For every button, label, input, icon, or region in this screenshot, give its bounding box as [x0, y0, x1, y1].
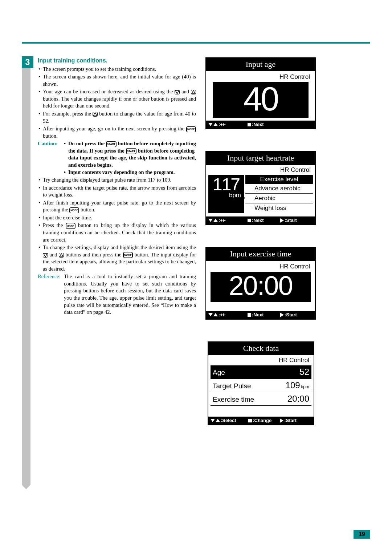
down-triangle-icon — [175, 90, 180, 94]
down-triangle-icon — [43, 253, 48, 258]
down-icon — [208, 313, 213, 316]
age-value: 40 — [213, 82, 309, 118]
up-triangle-icon — [93, 112, 98, 117]
down-icon — [208, 123, 213, 126]
header-rule — [22, 42, 370, 44]
caution-list: Do not press the START button before com… — [63, 140, 196, 176]
footer-left-label: :Select — [221, 418, 236, 423]
caution-label: Caution: — [38, 140, 63, 177]
up-icon — [216, 419, 220, 422]
step-strip — [22, 56, 30, 485]
footer-left-label: :+/- — [219, 312, 226, 317]
hr-control-label: HR Control — [209, 263, 312, 270]
screen-title: Input target heartrate — [206, 152, 315, 165]
down-icon — [211, 419, 215, 422]
check-value: 109 — [286, 380, 300, 390]
square-icon — [248, 313, 251, 317]
screen-title: Check data — [208, 342, 314, 355]
svg-marker-8 — [60, 254, 63, 257]
hr-control-label: HR Control — [209, 73, 312, 81]
check-row-target-pulse: Target Pulse 109 bpm — [211, 379, 311, 392]
svg-marker-0 — [175, 90, 179, 94]
square-icon — [248, 219, 251, 222]
instruction-column: Input training conditions. The screen pr… — [38, 56, 196, 316]
screen-footer: :+/- :Next :Start — [206, 311, 315, 319]
play-icon — [280, 218, 284, 223]
bullet-item: After finish inputting your target pulse… — [43, 199, 196, 214]
screen-check-data: Check data HR Control Age 52 Target Puls… — [208, 341, 314, 425]
footer-left-label: :+/- — [219, 218, 226, 223]
screen-footer: :Select :Change :Start — [208, 417, 314, 425]
up-icon — [213, 313, 218, 316]
bullet-item: In accordance with the target pulse rate… — [43, 185, 196, 199]
footer-mid-label: :Change — [253, 418, 271, 423]
bullet-list-b: Try changing the displayed target pulse … — [38, 177, 196, 272]
screen-title: Input age — [206, 58, 315, 71]
hr-control-label: HR Control — [211, 357, 311, 364]
up-triangle-icon — [59, 253, 64, 258]
heartrate-value: 117 — [208, 176, 244, 193]
footer-right-label: :Start — [284, 418, 297, 423]
down-icon — [208, 219, 213, 222]
reference-block: Reference: The card is a tool to instant… — [38, 273, 196, 316]
bullet-list-a: The screen prompts you to set the traini… — [38, 66, 196, 140]
bullet-item: The screen changes as shown here, and th… — [43, 73, 196, 88]
bullet-item: The screen prompts you to set the traini… — [43, 66, 196, 73]
mode-button-icon: MODE — [123, 252, 133, 258]
check-label: Target Pulse — [213, 382, 286, 390]
heartrate-value-box: 117 bpm — [208, 175, 244, 213]
screen-title: Input exercise time — [206, 248, 315, 261]
reference-label: Reference: — [38, 273, 64, 316]
hr-control-label: HR Control — [208, 166, 313, 174]
exercise-level-header: Exercise level — [245, 175, 313, 184]
check-value: 52 — [299, 367, 309, 377]
up-triangle-icon — [191, 90, 196, 94]
time-value: 20:00 — [211, 272, 311, 302]
footer-right-label: :Start — [285, 312, 297, 317]
section-heading: Input training conditions. — [38, 57, 196, 65]
check-row-age: Age 52 — [211, 365, 311, 379]
screens-column: Input age HR Control 40 :+/- :Next Input… — [205, 57, 316, 447]
mode-button-icon: MODE — [66, 223, 75, 229]
page-number: 19 — [354, 530, 370, 539]
level-label: Weight loss — [252, 204, 286, 212]
exercise-level-row: Advance aerobic — [245, 184, 313, 194]
bullet-item: Input the exercise time. — [43, 214, 196, 222]
check-label: Exercise time — [213, 396, 287, 404]
reference-text: The card is a tool to instantly set a pr… — [64, 273, 196, 316]
footer-mid-label: :Next — [252, 122, 264, 127]
start-button-icon: START — [106, 141, 117, 147]
screen-footer: :+/- :Next — [206, 121, 315, 129]
mode-button-icon: MODE — [186, 126, 196, 132]
bullet-item: For example, press the button to change … — [43, 110, 196, 125]
check-row-exercise-time: Exercise time 20:00 — [211, 392, 311, 406]
caution-item: Input contents vary depending on the pro… — [68, 169, 196, 176]
check-label: Age — [213, 369, 299, 377]
footer-left-label: :+/- — [219, 122, 226, 127]
exercise-level-row: Weight loss — [245, 203, 313, 213]
square-icon — [248, 123, 251, 126]
footer-mid-label: :Next — [252, 312, 264, 317]
caution-block: Caution: Do not press the START button b… — [38, 140, 196, 177]
step-number-badge: 3 — [22, 56, 33, 68]
svg-marker-2 — [192, 90, 195, 94]
play-icon — [280, 418, 283, 423]
screen-input-time: Input exercise time HR Control 20:00 :+/… — [205, 247, 316, 320]
caution-item: Do not press the START button before com… — [68, 140, 196, 169]
bullet-item: To change the settings, display and high… — [43, 244, 196, 272]
check-value: 20:00 — [287, 394, 309, 404]
bullet-item: After inputting your age, go on to the n… — [43, 125, 196, 139]
up-icon — [213, 219, 218, 222]
bullet-item: Press the MODE button to bring up the di… — [43, 222, 196, 243]
screen-input-age: Input age HR Control 40 :+/- :Next — [205, 57, 316, 129]
up-icon — [213, 123, 218, 126]
check-unit: bpm — [301, 384, 309, 389]
footer-right-label: :Start — [285, 218, 297, 223]
page: 3 Input training conditions. The screen … — [0, 0, 392, 555]
footer-mid-label: :Next — [252, 218, 264, 223]
svg-marker-4 — [93, 113, 97, 116]
svg-marker-6 — [44, 254, 47, 257]
screen-input-heartrate: Input target heartrate HR Control 117 bp… — [205, 151, 316, 225]
svg-marker-10 — [242, 196, 245, 200]
level-label: Advance aerobic — [252, 185, 301, 192]
